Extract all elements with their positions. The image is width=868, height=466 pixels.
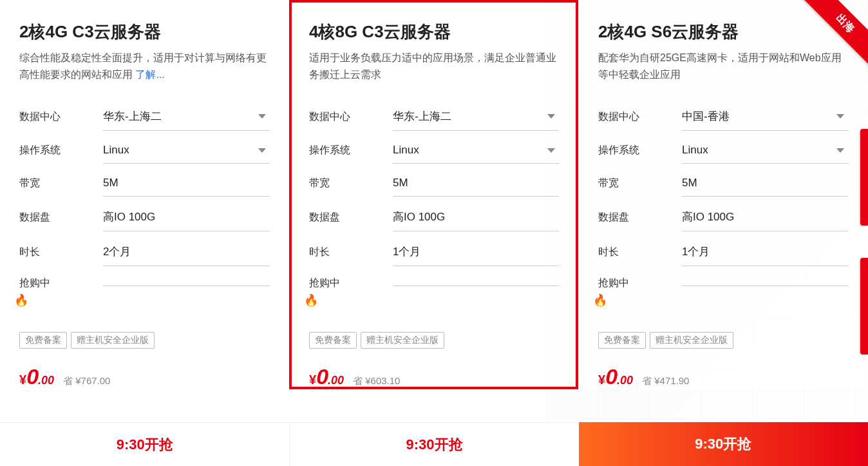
price-minor: .00 (617, 374, 633, 387)
price: ¥0.00 (598, 364, 633, 389)
chevron-down-icon (258, 148, 266, 153)
chevron-down-icon (258, 114, 266, 119)
datacenter-select[interactable]: 华东-上海二 (103, 102, 270, 131)
cta-button-1[interactable]: 9:30开抢 (289, 422, 578, 466)
spec-row-disk: 数据盘高IO 100G (598, 203, 848, 231)
spec-value-duration: 1个月 (682, 244, 710, 259)
side-tab-2[interactable] (860, 258, 868, 354)
price-currency: ¥ (19, 373, 26, 387)
spec-label-datacenter: 数据中心 (309, 104, 393, 130)
datacenter-select[interactable]: 中国-香港 (682, 102, 848, 131)
disk-value-wrap: 高IO 100G (393, 203, 559, 231)
chevron-down-icon (836, 148, 844, 153)
status-value (103, 280, 270, 286)
spec-value-datacenter: 华东-上海二 (393, 109, 451, 124)
promo-ribbon: 出海 (801, 0, 868, 67)
spec-row-datacenter: 数据中心中国-香港 (598, 102, 848, 131)
spec-value-os: Linux (103, 144, 129, 157)
spec-value-bandwidth: 5M (682, 177, 697, 189)
price-currency: ¥ (309, 373, 316, 387)
cta-bar: 9:30开抢9:30开抢9:30开抢 (0, 422, 868, 466)
spec-label-disk: 数据盘 (309, 204, 393, 231)
price-save: 省 ¥603.10 (353, 375, 400, 387)
spec-value-bandwidth: 5M (103, 177, 118, 189)
learn-more-link[interactable]: 了解... (135, 69, 164, 80)
spec-value-disk: 高IO 100G (682, 209, 734, 224)
spec-label-os: 操作系统 (309, 137, 393, 164)
spec-row-os: 操作系统Linux (598, 137, 848, 164)
cta-button-2[interactable]: 9:30开抢 (579, 422, 868, 466)
price-row: ¥0.00省 ¥471.90 (598, 364, 848, 389)
spec-value-datacenter: 华东-上海二 (103, 109, 162, 124)
spec-label-duration: 时长 (19, 239, 103, 266)
price: ¥0.00 (309, 364, 344, 389)
spec-row-duration: 时长1个月 (598, 238, 848, 266)
tag-host-security: 赠主机安全企业版 (361, 332, 444, 349)
price-save: 省 ¥471.90 (642, 375, 689, 387)
spec-row-bandwidth: 带宽5M (598, 170, 848, 197)
tag-free-beian: 免费备案 (19, 332, 67, 349)
flame-icon: 🔥 (304, 293, 318, 307)
os-select[interactable]: Linux (393, 137, 559, 164)
price-save: 省 ¥767.00 (63, 375, 110, 387)
spec-row-datacenter: 数据中心华东-上海二 (19, 102, 270, 131)
price-row: ¥0.00省 ¥767.00 (19, 364, 270, 389)
status-label: 抢购中 (598, 277, 682, 295)
price-major: 0 (316, 364, 328, 389)
disk-value-wrap: 高IO 100G (103, 203, 270, 231)
tag-free-beian: 免费备案 (309, 332, 357, 349)
spec-value-bandwidth: 5M (393, 177, 408, 189)
product-description: 综合性能及稳定性全面提升，适用于对计算与网络有更高性能要求的网站和应用 了解..… (19, 50, 270, 83)
chevron-down-icon (547, 114, 555, 119)
tag-host-security: 赠主机安全企业版 (650, 332, 733, 349)
price-currency: ¥ (598, 373, 605, 387)
spec-label-disk: 数据盘 (19, 204, 103, 231)
price-minor: .00 (38, 374, 54, 387)
spec-row-bandwidth: 带宽5M (19, 170, 270, 197)
status-row: 抢购中 (598, 277, 848, 295)
datacenter-select[interactable]: 华东-上海二 (393, 102, 559, 131)
os-select[interactable]: Linux (103, 137, 270, 164)
flame-icon: 🔥 (14, 293, 28, 307)
spec-label-disk: 数据盘 (598, 204, 682, 231)
side-tab-1[interactable] (860, 129, 868, 226)
os-select[interactable]: Linux (682, 137, 848, 164)
spec-label-datacenter: 数据中心 (19, 104, 103, 130)
chevron-down-icon (547, 148, 555, 153)
spec-value-duration: 1个月 (393, 244, 420, 259)
duration-value-wrap: 1个月 (393, 238, 559, 266)
tag-free-beian: 免费备案 (598, 332, 646, 349)
spec-label-bandwidth: 带宽 (309, 170, 393, 197)
spec-value-duration: 2个月 (103, 244, 131, 259)
flame-icon: 🔥 (593, 293, 607, 307)
spec-value-datacenter: 中国-香港 (682, 109, 730, 124)
status-value (393, 280, 559, 286)
spec-row-disk: 数据盘高IO 100G (19, 203, 270, 231)
price: ¥0.00 (19, 364, 54, 389)
spec-value-os: Linux (682, 144, 708, 157)
spec-label-duration: 时长 (309, 239, 393, 266)
status-row: 抢购中 (309, 277, 559, 295)
spec-label-datacenter: 数据中心 (598, 104, 682, 130)
spec-row-bandwidth: 带宽5M (309, 170, 559, 197)
product-card-1: 4核8G C3云服务器适用于业务负载压力适中的应用场景，满足企业普通业务搬迁上云… (289, 0, 578, 389)
product-title: 4核8G C3云服务器 (309, 21, 559, 43)
spec-label-os: 操作系统 (19, 137, 103, 164)
bandwidth-value-wrap: 5M (393, 170, 559, 197)
chevron-down-icon (836, 114, 844, 119)
status-row: 抢购中 (19, 277, 270, 295)
spec-label-os: 操作系统 (598, 137, 682, 164)
spec-value-os: Linux (393, 144, 419, 157)
status-label: 抢购中 (309, 277, 393, 295)
bandwidth-value-wrap: 5M (103, 170, 270, 197)
price-row: ¥0.00省 ¥603.10 (309, 364, 559, 389)
tag-list: 免费备案赠主机安全企业版 (309, 332, 559, 349)
price-minor: .00 (328, 374, 344, 387)
price-major: 0 (26, 364, 38, 389)
spec-row-os: 操作系统Linux (309, 137, 559, 164)
spec-row-duration: 时长1个月 (309, 238, 559, 266)
spec-label-duration: 时长 (598, 239, 682, 266)
tag-list: 免费备案赠主机安全企业版 (19, 332, 270, 349)
cta-button-0[interactable]: 9:30开抢 (0, 422, 289, 466)
spec-value-disk: 高IO 100G (103, 209, 155, 224)
